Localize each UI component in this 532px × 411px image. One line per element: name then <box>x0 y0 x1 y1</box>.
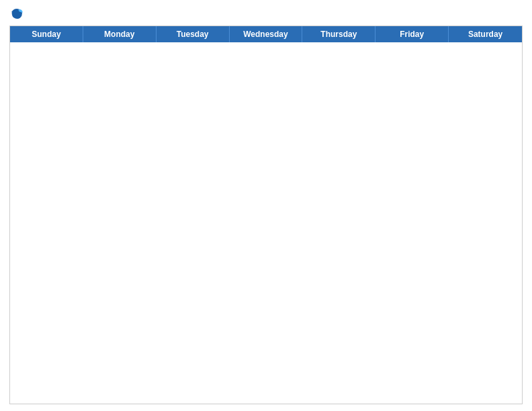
calendar-body <box>10 42 522 404</box>
logo-icon <box>9 7 24 21</box>
weekday-header: Thursday <box>302 26 375 42</box>
logo <box>9 7 26 21</box>
weekday-header: Friday <box>375 26 449 42</box>
weekday-header: Tuesday <box>157 26 230 42</box>
calendar-container: SundayMondayTuesdayWednesdayThursdayFrid… <box>0 0 532 411</box>
weekday-header: Saturday <box>449 26 522 42</box>
weekday-header: Monday <box>83 26 157 42</box>
weekday-header: Wednesday <box>230 26 303 42</box>
calendar-header-row: SundayMondayTuesdayWednesdayThursdayFrid… <box>10 26 522 42</box>
calendar: SundayMondayTuesdayWednesdayThursdayFrid… <box>9 26 523 404</box>
header <box>9 7 523 21</box>
weekday-header: Sunday <box>10 26 83 42</box>
